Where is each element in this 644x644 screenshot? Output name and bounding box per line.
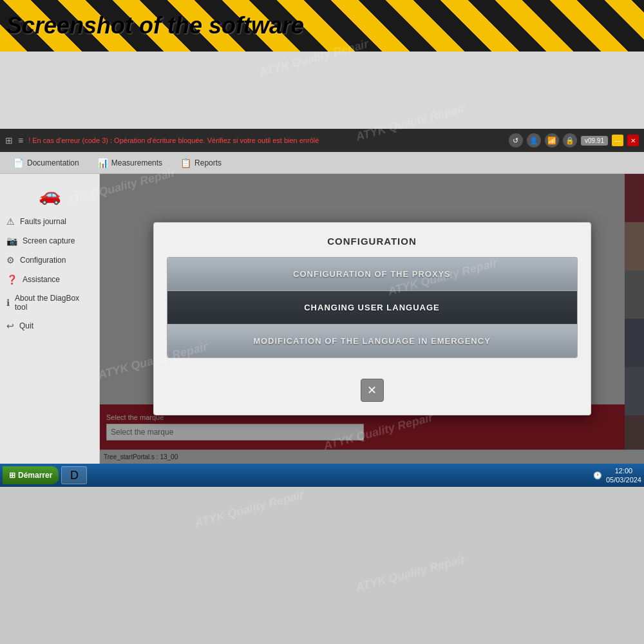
- sidebar-assistance-label: Assistance: [23, 275, 60, 284]
- assistance-icon: ❓: [6, 274, 17, 285]
- tab-reports-label: Reports: [194, 158, 222, 167]
- option-proxys[interactable]: CONFIGURATION OF THE PROXYS: [167, 258, 577, 291]
- top-bar-controls: ↺ 👤 📶 🔒 v09.91 — ✕: [509, 133, 639, 147]
- sidebar-item-configuration[interactable]: ⚙ Configuration: [0, 251, 99, 270]
- about-icon: ℹ: [6, 298, 10, 308]
- taskbar-app-button[interactable]: D: [61, 466, 87, 484]
- sidebar-item-quit[interactable]: ↩ Quit: [0, 316, 99, 336]
- car-icon: 🚗: [0, 178, 99, 212]
- windows-icon: ⊞: [9, 471, 15, 480]
- modal-close-button[interactable]: ✕: [361, 379, 384, 402]
- tab-documentation[interactable]: 📄 Documentation: [5, 155, 87, 171]
- sidebar-item-assistance[interactable]: ❓ Assistance: [0, 270, 99, 289]
- software-area: ⊞ ≡ ! En cas d'erreur (code 3) : Opérati…: [0, 129, 644, 464]
- lock-button[interactable]: 🔒: [563, 133, 577, 147]
- start-button[interactable]: ⊞ Démarrer: [3, 466, 59, 484]
- quit-icon: ↩: [6, 321, 14, 331]
- right-panel: CONFIGURATION CONFIGURATION OF THE PROXY…: [100, 174, 644, 464]
- close-button[interactable]: ✕: [627, 135, 639, 146]
- modal-title: CONFIGURATION: [167, 236, 578, 247]
- clock-time: 12:00: [606, 466, 641, 475]
- tab-measurements[interactable]: 📊 Measurements: [90, 155, 170, 171]
- tab-bar: 📄 Documentation 📊 Measurements 📋 Reports: [0, 152, 644, 174]
- clock-date: 05/03/2024: [606, 475, 641, 484]
- option-language[interactable]: CHANGING USER LANGUAGE: [167, 291, 577, 325]
- sidebar-configuration-label: Configuration: [20, 256, 66, 265]
- grid-icon: ⊞: [5, 135, 13, 146]
- sidebar-faults-label: Faults journal: [20, 217, 66, 226]
- taskbar-right: 🕐 12:00 05/03/2024: [593, 466, 641, 485]
- tab-documentation-label: Documentation: [27, 158, 79, 167]
- error-message: ! En cas d'erreur (code 3) : Opération d…: [28, 137, 504, 144]
- configuration-icon: ⚙: [6, 255, 15, 265]
- start-label: Démarrer: [18, 471, 52, 480]
- app-icon: D: [70, 469, 79, 482]
- tab-reports[interactable]: 📋 Reports: [173, 155, 229, 171]
- screenshot-header-area: [0, 52, 644, 129]
- sidebar-item-faults[interactable]: ⚠ Faults journal: [0, 212, 99, 231]
- configuration-modal: CONFIGURATION CONFIGURATION OF THE PROXY…: [153, 222, 591, 415]
- user-button[interactable]: 👤: [527, 133, 541, 147]
- taskbar-clock: 12:00 05/03/2024: [606, 466, 641, 485]
- top-bar: ⊞ ≡ ! En cas d'erreur (code 3) : Opérati…: [0, 129, 644, 152]
- warning-stripe: Screenshot of the software: [0, 0, 644, 52]
- measurements-icon: 📊: [97, 158, 108, 168]
- minimize-button[interactable]: —: [612, 135, 623, 146]
- main-content: 🚗 ⚠ Faults journal 📷 Screen capture ⚙ Co…: [0, 174, 644, 464]
- watermark-7: ATYK Quality Repair: [193, 488, 305, 531]
- documentation-icon: 📄: [13, 158, 24, 168]
- screenshot-title: Screenshot of the software: [6, 12, 304, 39]
- refresh-button[interactable]: ↺: [509, 133, 523, 147]
- capture-icon: 📷: [6, 236, 17, 246]
- list-icon: ≡: [18, 135, 23, 146]
- sidebar-item-capture[interactable]: 📷 Screen capture: [0, 231, 99, 251]
- modal-overlay: CONFIGURATION CONFIGURATION OF THE PROXY…: [100, 174, 644, 464]
- sidebar-item-about[interactable]: ℹ About the DiagBox tool: [0, 289, 99, 316]
- modal-options-list: CONFIGURATION OF THE PROXYS CHANGING USE…: [167, 257, 578, 358]
- sidebar-capture-label: Screen capture: [23, 236, 75, 245]
- clock-icon: 🕐: [593, 471, 602, 480]
- reports-icon: 📋: [180, 158, 191, 168]
- sidebar-about-label: About the DiagBox tool: [15, 294, 93, 312]
- wifi-button[interactable]: 📶: [545, 133, 559, 147]
- taskbar: ⊞ Démarrer D 🕐 12:00 05/03/2024: [0, 464, 644, 487]
- sidebar-quit-label: Quit: [19, 321, 33, 330]
- option-emergency-language[interactable]: MODIFICATION OF THE LANGUAGE IN EMERGENC…: [167, 325, 577, 357]
- tab-measurements-label: Measurements: [111, 158, 162, 167]
- sidebar: 🚗 ⚠ Faults journal 📷 Screen capture ⚙ Co…: [0, 174, 100, 464]
- watermark-8: ATYK Quality Repair: [354, 553, 466, 595]
- version-badge: v09.91: [581, 136, 608, 146]
- faults-icon: ⚠: [6, 216, 15, 227]
